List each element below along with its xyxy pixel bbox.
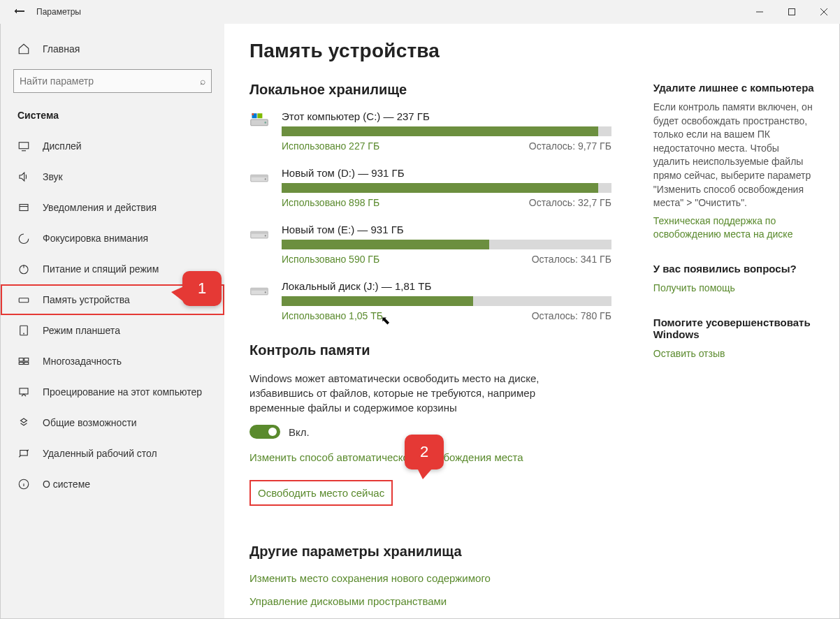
drive-row[interactable]: Новый том (E:) — 931 ГБИспользовано 590 … xyxy=(249,224,611,265)
drive-row[interactable]: Этот компьютер (C:) — 237 ГБИспользовано… xyxy=(249,110,611,152)
storage-sense-toggle[interactable] xyxy=(249,425,280,439)
svg-rect-14 xyxy=(24,358,29,362)
nav-icon xyxy=(17,447,30,460)
nav-label: Звук xyxy=(43,171,63,182)
svg-rect-18 xyxy=(20,451,28,456)
nav-item-10[interactable]: Удаленный рабочий стол xyxy=(1,438,224,469)
svg-rect-10 xyxy=(19,298,29,303)
search-icon: ⌕ xyxy=(200,75,205,87)
nav-icon xyxy=(17,324,30,337)
nav-item-1[interactable]: Звук xyxy=(1,161,224,192)
home-nav[interactable]: Главная xyxy=(1,36,224,62)
drive-used-label: Использовано 898 ГБ xyxy=(282,197,379,208)
nav-item-11[interactable]: О системе xyxy=(1,469,224,500)
svg-rect-4 xyxy=(19,143,29,149)
storage-sense-description: Windows может автоматически освободить м… xyxy=(249,371,550,415)
svg-rect-6 xyxy=(20,205,28,211)
nav-item-0[interactable]: Дисплей xyxy=(1,131,224,161)
svg-rect-17 xyxy=(20,388,28,394)
nav-icon xyxy=(17,416,30,429)
nav-icon xyxy=(17,293,30,306)
nav-item-7[interactable]: Многозадачность xyxy=(1,346,224,377)
nav-label: Проецирование на этот компьютер xyxy=(43,386,202,398)
nav-item-3[interactable]: Фокусировка внимания xyxy=(1,223,224,254)
svg-rect-15 xyxy=(19,363,23,365)
svg-rect-25 xyxy=(252,113,254,115)
nav-item-9[interactable]: Общие возможности xyxy=(1,407,224,438)
drive-row[interactable]: Новый том (D:) — 931 ГБИспользовано 898 … xyxy=(249,167,611,208)
toggle-state-label: Вкл. xyxy=(289,426,310,438)
aside-cleanup-text: Если контроль памяти включен, он будет о… xyxy=(653,101,814,210)
nav-label: Питание и спящий режим xyxy=(43,263,159,275)
nav-label: Фокусировка внимания xyxy=(43,233,148,244)
minimize-button[interactable] xyxy=(744,0,776,24)
nav-label: Уведомления и действия xyxy=(43,202,157,213)
drive-used-label: Использовано 1,05 ТБ xyxy=(282,310,383,321)
back-button[interactable]: 🠔 xyxy=(14,6,25,18)
aside-questions-heading: У вас появились вопросы? xyxy=(653,263,814,275)
nav-item-2[interactable]: Уведомления и действия xyxy=(1,192,224,223)
nav-label: О системе xyxy=(43,479,90,490)
drive-name: Этот компьютер (C:) — 237 ГБ xyxy=(282,110,611,122)
drive-usage-bar xyxy=(282,296,611,306)
drive-remaining-label: Осталось: 9,77 ГБ xyxy=(529,140,611,152)
change-save-location-link[interactable]: Изменить место сохранения нового содержи… xyxy=(249,572,611,584)
search-box[interactable]: ⌕ xyxy=(13,69,212,93)
aside-support-link[interactable]: Техническая поддержка по освобождению ме… xyxy=(653,214,814,242)
drive-usage-bar xyxy=(282,240,611,249)
drive-name: Новый том (E:) — 931 ГБ xyxy=(282,224,611,235)
nav-icon xyxy=(17,355,30,367)
drive-remaining-label: Осталось: 780 ГБ xyxy=(532,310,611,321)
drive-used-label: Использовано 227 ГБ xyxy=(282,140,379,152)
drive-usage-bar xyxy=(282,126,611,136)
drive-icon xyxy=(249,225,270,242)
local-storage-heading: Локальное хранилище xyxy=(249,82,611,98)
svg-point-32 xyxy=(265,235,266,236)
window-title: Параметры xyxy=(36,7,81,17)
maximize-button[interactable] xyxy=(776,0,808,24)
aside-feedback-link[interactable]: Оставить отзыв xyxy=(653,347,814,361)
search-input[interactable] xyxy=(20,75,200,87)
storage-sense-heading: Контроль памяти xyxy=(249,342,611,358)
drive-remaining-label: Осталось: 341 ГБ xyxy=(532,254,611,265)
nav-icon xyxy=(17,201,30,214)
drive-name: Локальный диск (J:) — 1,81 ТБ xyxy=(282,280,611,292)
sidebar: Главная ⌕ Система ДисплейЗвукУведомления… xyxy=(1,1,224,618)
drive-used-label: Использовано 590 ГБ xyxy=(282,254,379,265)
annotation-step-1: 1 xyxy=(182,271,222,306)
svg-point-12 xyxy=(24,333,24,334)
close-button[interactable] xyxy=(808,0,840,24)
home-label: Главная xyxy=(43,43,80,54)
drive-icon xyxy=(249,168,270,185)
nav-icon xyxy=(17,263,30,275)
nav-item-6[interactable]: Режим планшета xyxy=(1,315,224,346)
drive-icon xyxy=(249,112,270,129)
nav-icon xyxy=(17,232,30,245)
drive-name: Новый том (D:) — 931 ГБ xyxy=(282,167,611,179)
drive-icon xyxy=(249,282,270,298)
aside-feedback-heading: Помогите усовершенствовать Windows xyxy=(653,316,814,340)
nav-item-8[interactable]: Проецирование на этот компьютер xyxy=(1,377,224,407)
nav-icon xyxy=(17,170,30,183)
drive-usage-bar xyxy=(282,183,611,193)
drive-row[interactable]: Локальный диск (J:) — 1,81 ТБИспользован… xyxy=(249,280,611,321)
svg-rect-1 xyxy=(789,9,795,15)
other-storage-heading: Другие параметры хранилища xyxy=(249,544,611,560)
nav-label: Общие возможности xyxy=(43,417,137,428)
free-space-now-link[interactable]: Освободить место сейчас xyxy=(249,480,393,506)
nav-label: Многозадачность xyxy=(43,356,122,367)
home-icon xyxy=(17,43,30,55)
nav-icon xyxy=(17,386,30,398)
svg-point-29 xyxy=(265,178,266,180)
svg-rect-28 xyxy=(251,175,268,177)
page-title: Память устройства xyxy=(249,40,611,62)
svg-point-26 xyxy=(264,122,266,124)
aside-get-help-link[interactable]: Получить помощь xyxy=(653,282,814,296)
svg-rect-34 xyxy=(251,288,268,291)
aside-cleanup-heading: Удалите лишнее с компьютера xyxy=(653,82,814,94)
nav-icon xyxy=(17,140,30,152)
drive-remaining-label: Осталось: 32,7 ГБ xyxy=(529,197,611,208)
manage-storage-spaces-link[interactable]: Управление дисковыми пространствами xyxy=(249,595,611,607)
main-content: Память устройства Локальное хранилище Эт… xyxy=(224,1,839,618)
titlebar: 🠔 Параметры xyxy=(0,0,840,24)
